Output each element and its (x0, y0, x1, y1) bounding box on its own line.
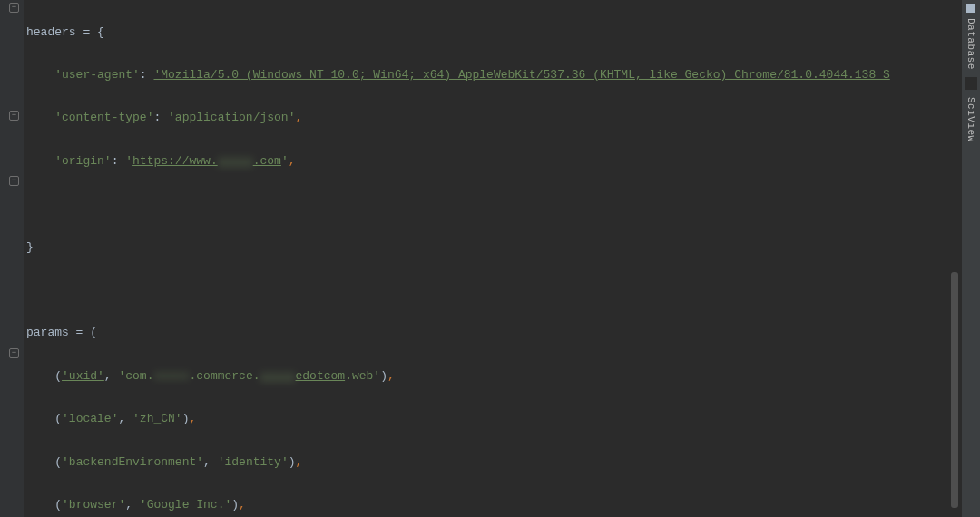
param-key: 'uxid' (62, 369, 104, 383)
dict-key: 'user-agent' (54, 68, 140, 82)
code-text: ' (281, 154, 289, 168)
code-text: , (104, 369, 119, 383)
code-text: , (387, 369, 395, 383)
fold-marker-icon[interactable] (9, 111, 19, 121)
fold-marker-icon[interactable] (9, 348, 19, 358)
code-text: , (295, 111, 302, 124)
code-text: , (125, 498, 140, 512)
param-value: .commerce. (189, 369, 260, 383)
code-text: , (203, 455, 218, 469)
code-text: , (189, 412, 196, 425)
code-text: ) (231, 498, 239, 512)
fold-marker-icon[interactable] (9, 176, 19, 186)
code-text: ) (289, 455, 296, 469)
param-value: edotcom (296, 369, 346, 383)
tool-window-icon[interactable] (965, 77, 977, 90)
url-text: .com (253, 154, 281, 168)
code-text: : (112, 154, 126, 168)
editor-gutter (0, 0, 24, 517)
code-text: , (118, 412, 132, 425)
redacted-text: xxxxx (153, 369, 189, 383)
code-text: } (26, 240, 34, 254)
code-text: headers (26, 25, 83, 39)
fold-marker-icon[interactable] (9, 3, 19, 13)
redacted-text: xxxxx (260, 369, 296, 383)
param-value: 'com. (118, 369, 153, 383)
code-text: ( (54, 412, 62, 425)
param-value: 'identity' (218, 455, 289, 469)
code-text: = { (83, 25, 103, 39)
string-value: 'Mozilla/5.0 (Windows NT 10.0; Win64; x6… (153, 68, 889, 82)
url-text: https://www. (132, 154, 218, 168)
editor-marker-strip[interactable] (949, 0, 960, 517)
code-text: = ( (76, 326, 97, 339)
code-text: : (140, 68, 154, 82)
tool-window-tab-database[interactable]: Database (965, 18, 976, 70)
code-text: ( (54, 455, 62, 469)
code-text: : (153, 111, 168, 124)
param-value: 'Google Inc.' (140, 498, 231, 512)
code-text: , (296, 455, 303, 469)
redacted-text: xxxxx (218, 154, 253, 168)
code-editor[interactable]: headers = { 'user-agent': 'Mozilla/5.0 (… (26, 0, 943, 517)
code-text: ' (125, 154, 132, 168)
dict-key: 'content-type' (54, 111, 153, 124)
code-text: ( (54, 369, 62, 383)
code-text: params (26, 326, 76, 339)
dict-key: 'origin' (54, 154, 111, 168)
param-key: 'locale' (62, 412, 118, 425)
inspections-status-icon[interactable] (966, 4, 975, 13)
tool-window-tab-sciview[interactable]: SciView (965, 97, 976, 142)
code-text: , (289, 154, 296, 168)
code-text: , (239, 498, 246, 512)
param-key: 'browser' (62, 498, 125, 512)
param-value: 'zh_CN' (132, 412, 182, 425)
code-text: ) (380, 369, 387, 383)
param-value: .web' (345, 369, 380, 383)
string-value: 'application/json' (168, 111, 295, 124)
scrollbar-thumb[interactable] (951, 272, 958, 508)
param-key: 'backendEnvironment' (62, 455, 203, 469)
right-tool-window-bar: Database SciView (962, 0, 980, 517)
code-text: ( (54, 498, 62, 512)
